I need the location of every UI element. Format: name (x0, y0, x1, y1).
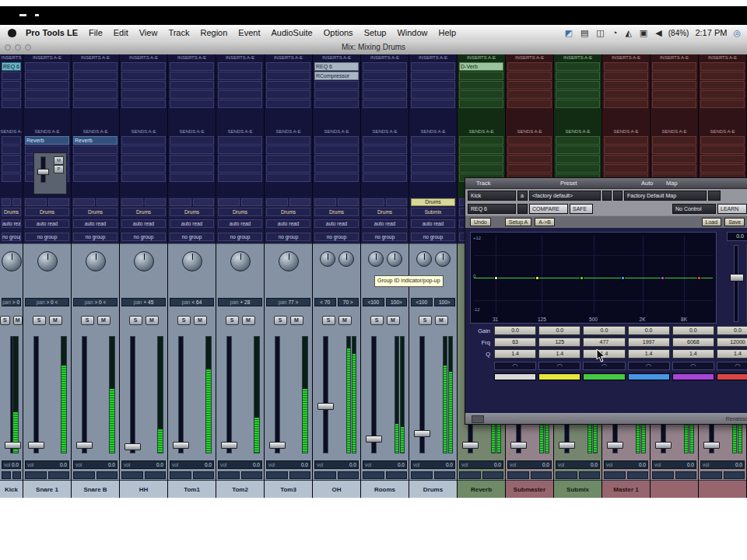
send-pre-button[interactable]: P (54, 165, 64, 173)
menu-item-setup[interactable]: Setup (364, 28, 387, 37)
insert-slot[interactable] (73, 100, 117, 108)
fader-cap[interactable] (462, 442, 479, 449)
send-slot[interactable] (73, 155, 117, 163)
insert-slot[interactable] (507, 100, 552, 108)
insert-slot[interactable]: D-Verb (459, 62, 503, 71)
volume-readout[interactable]: vol0.0 (2, 460, 21, 469)
send-slot[interactable] (73, 173, 117, 182)
pan-knob[interactable] (2, 251, 22, 271)
track-name-plate[interactable]: Snare 1 (23, 480, 71, 498)
insert-slot[interactable] (73, 62, 117, 71)
fader-cap[interactable] (559, 442, 575, 449)
send-slot[interactable] (121, 155, 166, 163)
fader-cap[interactable] (173, 442, 189, 449)
send-slot[interactable] (170, 155, 214, 163)
track-name-plate[interactable]: Kick (0, 480, 23, 498)
automation-mode-selector[interactable]: auto read (411, 219, 455, 228)
app-menu[interactable]: Pro Tools LE (26, 28, 78, 37)
menu-item-track[interactable]: Track (168, 28, 189, 37)
compare-button[interactable]: COMPARE (529, 204, 568, 214)
insert-slot[interactable] (25, 90, 69, 99)
send-slot[interactable]: Reverb (73, 136, 117, 145)
send-slot[interactable] (266, 173, 310, 182)
band-1-gain-field[interactable]: 0.0 (494, 326, 536, 335)
insert-slot[interactable] (170, 81, 214, 89)
insert-slot[interactable] (604, 62, 648, 71)
output-selector[interactable]: Drums (25, 208, 69, 216)
insert-slot[interactable] (411, 72, 455, 80)
automation-mode-selector[interactable]: auto read (314, 219, 359, 228)
pan-value[interactable]: pan> 0 < (25, 298, 69, 306)
track-name-plate[interactable]: Tom3 (265, 480, 312, 498)
pan-knob[interactable] (320, 251, 335, 267)
load-button[interactable]: Load (702, 218, 722, 226)
pan-knob[interactable] (86, 251, 106, 271)
send-slot[interactable] (266, 164, 310, 173)
band-6-enable-button[interactable] (717, 373, 747, 380)
fader-cap[interactable] (655, 442, 672, 449)
window-title-bar[interactable]: Mix: Mixing Drums (0, 40, 747, 55)
track-name-plate[interactable]: Tom1 (168, 480, 216, 498)
insert-slot[interactable] (218, 62, 262, 71)
volume-readout[interactable]: vol0.0 (556, 460, 600, 469)
send-slot[interactable] (411, 173, 455, 182)
insert-slot[interactable]: REQ 6 (2, 62, 21, 71)
insert-slot[interactable] (652, 100, 696, 108)
send-slot[interactable] (556, 136, 600, 145)
pan-value[interactable]: 100> (386, 298, 408, 306)
band-2-q-field[interactable]: 1.4 (538, 349, 580, 359)
send-slot[interactable] (363, 164, 407, 173)
undo-button[interactable]: Undo (470, 218, 491, 226)
send-slot[interactable] (604, 155, 648, 163)
automation-mode-selector[interactable]: auto read (2, 219, 21, 228)
display-icon[interactable]: ▤ (580, 29, 588, 37)
insert-slot[interactable] (73, 72, 117, 80)
mute-button[interactable]: M (387, 316, 400, 325)
menu-item-window[interactable]: Window (397, 28, 427, 37)
send-fader-cap[interactable] (37, 169, 49, 175)
fader-cap[interactable] (221, 442, 237, 449)
band-4-q-field[interactable]: 1.4 (628, 349, 670, 359)
fader-cap[interactable] (510, 442, 527, 449)
track-name-plate[interactable]: Tom2 (216, 480, 264, 498)
send-slot[interactable] (556, 145, 600, 154)
send-slot[interactable] (218, 155, 262, 163)
band-5-q-field[interactable]: 1.4 (672, 349, 714, 359)
send-slot[interactable] (121, 173, 166, 182)
insert-slot[interactable] (170, 90, 214, 99)
send-slot[interactable] (73, 164, 117, 173)
input-menu-icon[interactable]: ▣ (640, 29, 647, 37)
solo-button[interactable]: S (322, 316, 335, 325)
pan-value[interactable]: < 70 (314, 298, 336, 306)
insert-slot[interactable] (459, 72, 503, 80)
send-slot[interactable] (314, 155, 359, 163)
send-slot[interactable] (363, 155, 407, 163)
track-name-plate[interactable]: Reverb (458, 480, 505, 498)
track-name-plate[interactable] (651, 480, 698, 498)
battery-percentage[interactable]: (84%) (668, 29, 689, 37)
band-marker-2[interactable] (535, 276, 539, 280)
band-3-gain-field[interactable]: 0.0 (583, 326, 625, 335)
output-selector[interactable]: Drums (314, 208, 359, 216)
insert-slot[interactable] (73, 90, 117, 99)
insert-slot[interactable] (121, 100, 166, 108)
menu-item-options[interactable]: Options (324, 28, 353, 37)
send-slot[interactable]: Reverb (25, 136, 69, 145)
track-selector[interactable]: Kick (468, 191, 516, 201)
fader-cap[interactable] (414, 430, 430, 437)
send-slot[interactable] (459, 155, 503, 163)
pan-value[interactable]: 100> (434, 298, 456, 306)
group-id-indicator[interactable]: no group (170, 233, 214, 241)
solo-button[interactable]: S (0, 316, 10, 325)
band-marker-6[interactable] (697, 276, 701, 280)
band-5-type-icon[interactable]: ◠ (672, 362, 714, 370)
send-slot[interactable] (218, 173, 262, 182)
insert-position-indicator[interactable]: a (517, 191, 528, 201)
mute-button[interactable]: M (338, 316, 352, 325)
send-slot[interactable] (266, 145, 310, 154)
solo-button[interactable]: S (274, 316, 287, 325)
send-slot[interactable] (314, 164, 359, 173)
pan-value[interactable]: pan+ 45 (121, 298, 166, 306)
menu-item-audiosuite[interactable]: AudioSuite (271, 28, 312, 37)
insert-slot[interactable] (25, 81, 69, 89)
